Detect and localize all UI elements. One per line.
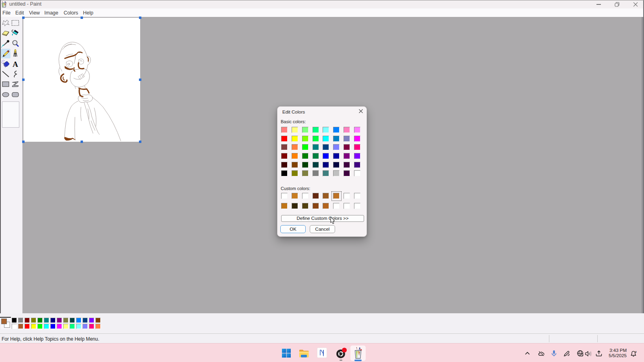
- svg-text:A: A: [12, 60, 18, 68]
- svg-text:z: z: [635, 350, 637, 353]
